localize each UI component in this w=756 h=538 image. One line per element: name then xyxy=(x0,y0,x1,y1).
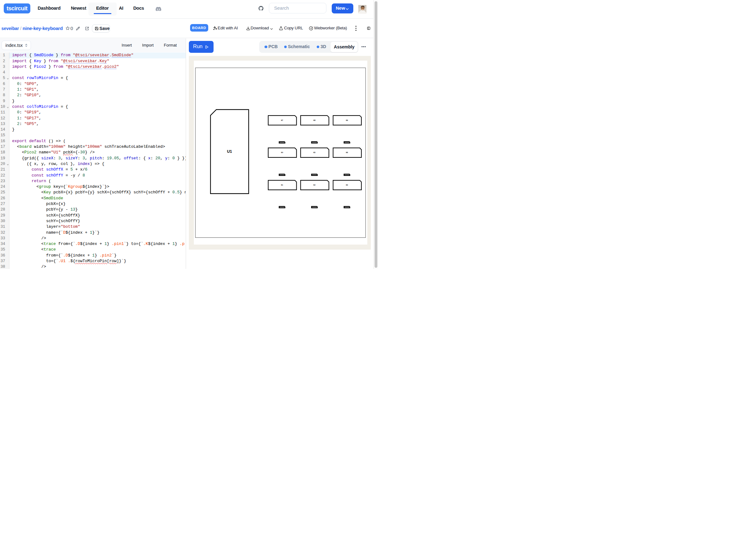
svg-text:K4: K4 xyxy=(281,152,283,153)
svg-text:K1: K1 xyxy=(281,184,283,186)
svg-text:U1: U1 xyxy=(227,149,232,154)
svg-text:K7: K7 xyxy=(281,120,283,121)
svg-text:K9: K9 xyxy=(346,120,348,121)
svg-text:K6: K6 xyxy=(346,152,348,153)
svg-text:K8: K8 xyxy=(313,120,316,121)
svg-text:K2: K2 xyxy=(313,184,316,186)
svg-text:K5: K5 xyxy=(313,152,316,153)
svg-text:K3: K3 xyxy=(346,184,348,186)
